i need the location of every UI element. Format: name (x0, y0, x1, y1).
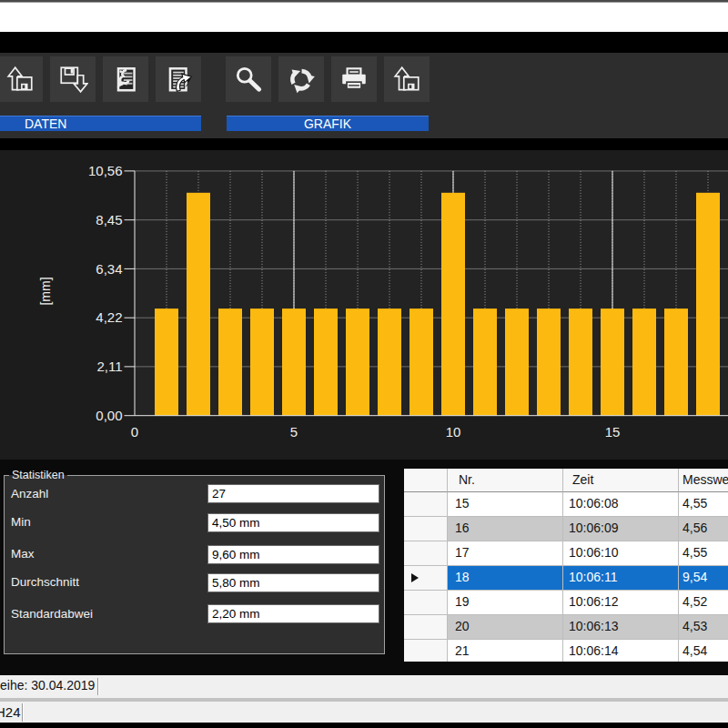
svg-text:[mm]: [mm] (38, 277, 53, 305)
svg-text:5: 5 (290, 424, 298, 440)
svg-text:2,11: 2,11 (96, 359, 122, 374)
svg-text:8,45: 8,45 (96, 212, 122, 228)
svg-text:10,56: 10,56 (88, 163, 123, 178)
svg-text:0: 0 (131, 424, 138, 440)
svg-text:6,34: 6,34 (96, 261, 122, 277)
svg-text:0,00: 0,00 (96, 408, 122, 423)
svg-text:4,22: 4,22 (96, 309, 122, 325)
svg-text:15: 15 (605, 424, 621, 440)
svg-text:10: 10 (446, 424, 461, 440)
